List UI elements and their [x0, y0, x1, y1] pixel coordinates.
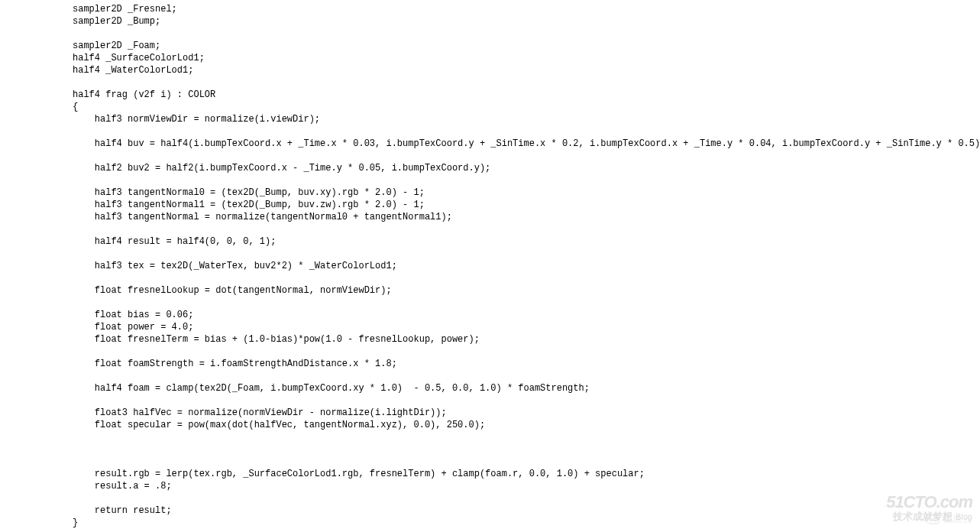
- code-text: sampler2D _Fresnel; sampler2D _Bump; sam…: [73, 4, 980, 528]
- code-block: sampler2D _Fresnel; sampler2D _Bump; sam…: [0, 0, 980, 529]
